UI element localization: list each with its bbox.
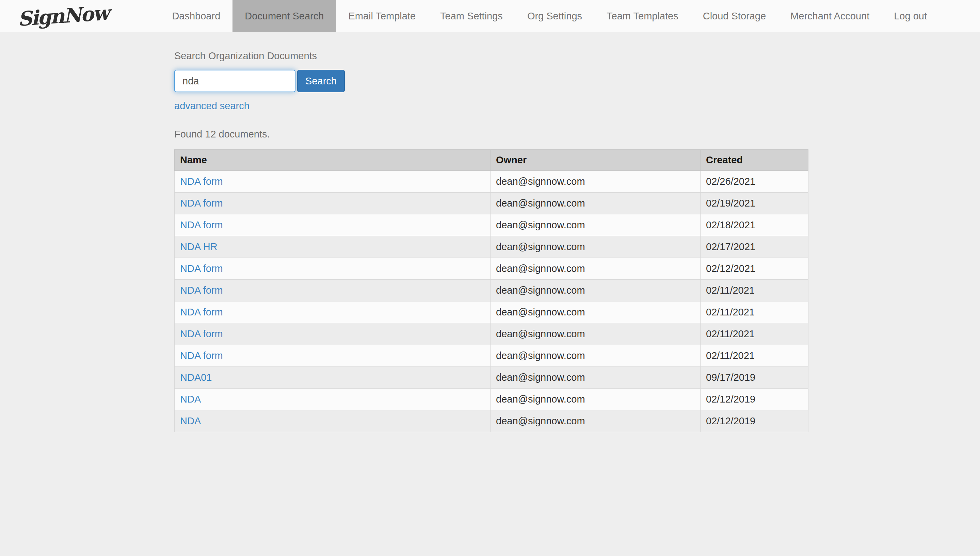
nav-item-merchant-account[interactable]: Merchant Account — [778, 0, 881, 32]
cell-created: 02/26/2021 — [700, 171, 809, 192]
nav-item-org-settings[interactable]: Org Settings — [515, 0, 594, 32]
table-header-row: Name Owner Created — [175, 150, 809, 171]
document-link[interactable]: NDA form — [180, 198, 223, 208]
results-table: Name Owner Created NDA formdean@signnow.… — [174, 149, 809, 432]
cell-name: NDA form — [175, 345, 490, 367]
cell-owner: dean@signnow.com — [490, 171, 700, 192]
search-button[interactable]: Search — [297, 70, 345, 92]
cell-name: NDA form — [175, 280, 490, 301]
table-row: NDA formdean@signnow.com02/12/2021 — [175, 258, 809, 280]
cell-owner: dean@signnow.com — [490, 258, 700, 280]
nav-item-team-templates[interactable]: Team Templates — [594, 0, 691, 32]
cell-created: 02/12/2019 — [700, 389, 809, 411]
cell-created: 09/17/2019 — [700, 367, 809, 389]
cell-owner: dean@signnow.com — [490, 280, 700, 301]
cell-created: 02/19/2021 — [700, 192, 809, 214]
cell-created: 02/17/2021 — [700, 236, 809, 258]
table-row: NDA formdean@signnow.com02/18/2021 — [175, 214, 809, 236]
nav-item-log-out[interactable]: Log out — [881, 0, 939, 32]
document-link[interactable]: NDA01 — [180, 372, 212, 383]
table-row: NDA01dean@signnow.com09/17/2019 — [175, 367, 809, 389]
top-navigation-bar: SignNow DashboardDocument SearchEmail Te… — [0, 0, 980, 32]
table-row: NDAdean@signnow.com02/12/2019 — [175, 411, 809, 432]
search-input[interactable] — [174, 70, 296, 92]
document-link[interactable]: NDA form — [180, 328, 223, 339]
cell-owner: dean@signnow.com — [490, 389, 700, 411]
table-row: NDA formdean@signnow.com02/11/2021 — [175, 323, 809, 345]
search-section-label: Search Organization Documents — [174, 50, 980, 61]
cell-created: 02/11/2021 — [700, 323, 809, 345]
document-link[interactable]: NDA form — [180, 263, 223, 274]
nav-item-team-settings[interactable]: Team Settings — [428, 0, 515, 32]
table-row: NDA HRdean@signnow.com02/17/2021 — [175, 236, 809, 258]
column-header-created: Created — [700, 150, 809, 171]
cell-created: 02/11/2021 — [700, 345, 809, 367]
cell-owner: dean@signnow.com — [490, 367, 700, 389]
search-row: Search — [174, 70, 980, 92]
document-link[interactable]: NDA form — [180, 176, 223, 187]
cell-name: NDA form — [175, 258, 490, 280]
table-row: NDA formdean@signnow.com02/26/2021 — [175, 171, 809, 192]
cell-name: NDA form — [175, 214, 490, 236]
document-link[interactable]: NDA form — [180, 285, 223, 296]
cell-owner: dean@signnow.com — [490, 323, 700, 345]
cell-created: 02/11/2021 — [700, 280, 809, 301]
cell-owner: dean@signnow.com — [490, 301, 700, 323]
table-row: NDAdean@signnow.com02/12/2019 — [175, 389, 809, 411]
cell-name: NDA — [175, 411, 490, 432]
nav-item-cloud-storage[interactable]: Cloud Storage — [691, 0, 778, 32]
table-row: NDA formdean@signnow.com02/19/2021 — [175, 192, 809, 214]
cell-name: NDA HR — [175, 236, 490, 258]
document-link[interactable]: NDA form — [180, 307, 223, 317]
column-header-name: Name — [175, 150, 490, 171]
cell-name: NDA01 — [175, 367, 490, 389]
cell-name: NDA form — [175, 192, 490, 214]
table-body: NDA formdean@signnow.com02/26/2021NDA fo… — [175, 171, 809, 432]
document-link[interactable]: NDA form — [180, 350, 223, 361]
table-row: NDA formdean@signnow.com02/11/2021 — [175, 345, 809, 367]
cell-name: NDA form — [175, 171, 490, 192]
results-summary: Found 12 documents. — [174, 129, 980, 140]
cell-owner: dean@signnow.com — [490, 192, 700, 214]
cell-name: NDA form — [175, 301, 490, 323]
document-link[interactable]: NDA — [180, 415, 201, 427]
document-link[interactable]: NDA form — [180, 220, 223, 230]
cell-name: NDA — [175, 389, 490, 411]
cell-created: 02/11/2021 — [700, 301, 809, 323]
signnow-logo[interactable]: SignNow — [17, 2, 109, 31]
cell-created: 02/12/2019 — [700, 411, 809, 432]
column-header-owner: Owner — [490, 150, 700, 171]
table-row: NDA formdean@signnow.com02/11/2021 — [175, 280, 809, 301]
cell-owner: dean@signnow.com — [490, 411, 700, 432]
document-link[interactable]: NDA — [180, 394, 201, 404]
document-link[interactable]: NDA HR — [180, 241, 218, 252]
table-row: NDA formdean@signnow.com02/11/2021 — [175, 301, 809, 323]
cell-name: NDA form — [175, 323, 490, 345]
cell-owner: dean@signnow.com — [490, 214, 700, 236]
cell-owner: dean@signnow.com — [490, 345, 700, 367]
document-search-page: Search Organization Documents Search adv… — [0, 32, 980, 432]
main-nav: DashboardDocument SearchEmail TemplateTe… — [160, 0, 939, 32]
nav-item-document-search[interactable]: Document Search — [233, 0, 336, 32]
advanced-search-link[interactable]: advanced search — [174, 100, 249, 112]
cell-owner: dean@signnow.com — [490, 236, 700, 258]
nav-item-dashboard[interactable]: Dashboard — [160, 0, 233, 32]
nav-item-email-template[interactable]: Email Template — [336, 0, 428, 32]
cell-created: 02/12/2021 — [700, 258, 809, 280]
cell-created: 02/18/2021 — [700, 214, 809, 236]
